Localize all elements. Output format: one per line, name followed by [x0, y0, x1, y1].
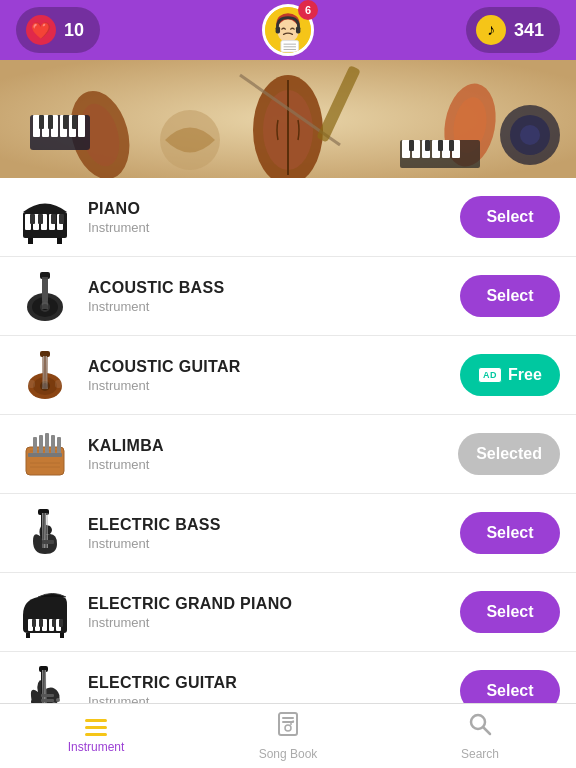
- instrument-item: ACOUSTIC GUITAR Instrument AD Free: [0, 336, 576, 415]
- notification-badge: 6: [298, 0, 318, 20]
- search-icon: [467, 711, 493, 743]
- acoustic-bass-info: ACOUSTIC BASS Instrument: [88, 279, 460, 314]
- instrument-item: ACOUSTIC BASS Instrument Select: [0, 257, 576, 336]
- svg-rect-4: [276, 26, 280, 33]
- svg-rect-84: [33, 437, 37, 455]
- svg-line-73: [43, 356, 44, 389]
- instrument-item: KALIMBA Instrument Selected: [0, 415, 576, 494]
- instrument-item: ELECTRIC GUITAR Instrument Select: [0, 652, 576, 703]
- svg-rect-77: [55, 380, 62, 388]
- svg-rect-55: [59, 214, 64, 224]
- ad-label: AD: [478, 367, 502, 383]
- svg-rect-118: [282, 717, 294, 719]
- svg-line-124: [484, 728, 491, 735]
- svg-rect-52: [30, 214, 35, 224]
- electric-bass-name: ELECTRIC BASS: [88, 516, 460, 534]
- instrument-item: ELECTRIC GRAND PIANO Instrument Select: [0, 573, 576, 652]
- piano-name: PIANO: [88, 200, 460, 218]
- svg-rect-53: [38, 214, 43, 224]
- acoustic-bass-name: ACOUSTIC BASS: [88, 279, 460, 297]
- svg-point-116: [56, 698, 60, 702]
- nav-songbook[interactable]: Song Book: [192, 703, 384, 768]
- kalimba-info: KALIMBA Instrument: [88, 437, 458, 472]
- svg-rect-25: [78, 115, 85, 137]
- acoustic-guitar-thumbnail: [16, 346, 74, 404]
- free-label: Free: [508, 366, 542, 384]
- acoustic-guitar-free-button[interactable]: AD Free: [460, 354, 560, 396]
- svg-rect-45: [449, 140, 454, 151]
- svg-rect-26: [39, 115, 44, 129]
- svg-rect-107: [60, 633, 64, 638]
- electric-grand-type: Instrument: [88, 615, 460, 630]
- electric-guitar-name: ELECTRIC GUITAR: [88, 674, 460, 692]
- svg-rect-5: [296, 26, 300, 33]
- kalimba-name: KALIMBA: [88, 437, 458, 455]
- acoustic-bass-type: Instrument: [88, 299, 460, 314]
- hamburger-icon: [85, 719, 107, 736]
- nav-instrument-label: Instrument: [68, 740, 125, 754]
- svg-rect-43: [425, 140, 430, 151]
- svg-rect-113: [41, 694, 54, 697]
- svg-line-122: [291, 721, 294, 722]
- acoustic-bass-thumbnail: [16, 267, 74, 325]
- svg-rect-36: [402, 140, 410, 158]
- svg-rect-105: [59, 619, 63, 627]
- svg-rect-104: [52, 619, 56, 627]
- svg-rect-96: [42, 540, 54, 544]
- electric-bass-select-button[interactable]: Select: [460, 512, 560, 554]
- piano-thumbnail: [16, 188, 74, 246]
- svg-rect-27: [48, 115, 53, 129]
- svg-rect-54: [51, 214, 56, 224]
- electric-bass-info: ELECTRIC BASS Instrument: [88, 516, 460, 551]
- instrument-item: PIANO Instrument Select: [0, 178, 576, 257]
- svg-rect-29: [72, 115, 77, 129]
- electric-grand-select-button[interactable]: Select: [460, 591, 560, 633]
- nav-songbook-label: Song Book: [259, 747, 318, 761]
- instrument-item: ELECTRIC BASS Instrument Select: [0, 494, 576, 573]
- svg-point-32: [520, 125, 540, 145]
- svg-rect-106: [26, 633, 30, 638]
- nav-search-label: Search: [461, 747, 499, 761]
- avatar-section: 6: [262, 4, 314, 56]
- lives-count: 10: [64, 20, 84, 41]
- electric-guitar-type: Instrument: [88, 694, 460, 704]
- svg-rect-102: [32, 619, 36, 627]
- electric-grand-info: ELECTRIC GRAND PIANO Instrument: [88, 595, 460, 630]
- instrument-list: PIANO Instrument Select: [0, 178, 576, 703]
- coins-counter: ♪ 341: [466, 7, 560, 53]
- kalimba-thumbnail: [16, 425, 74, 483]
- svg-rect-40: [442, 140, 450, 158]
- svg-line-75: [47, 356, 48, 389]
- bottom-nav: Instrument Song Book Search: [0, 703, 576, 768]
- svg-rect-103: [39, 619, 43, 627]
- svg-point-120: [285, 725, 291, 731]
- electric-guitar-thumbnail: [16, 662, 74, 703]
- svg-rect-76: [28, 380, 35, 388]
- electric-grand-name: ELECTRIC GRAND PIANO: [88, 595, 460, 613]
- svg-rect-86: [45, 433, 49, 455]
- svg-rect-89: [28, 453, 62, 457]
- electric-bass-type: Instrument: [88, 536, 460, 551]
- svg-rect-44: [438, 140, 443, 151]
- kalimba-type: Instrument: [88, 457, 458, 472]
- svg-rect-109: [39, 666, 48, 672]
- svg-rect-20: [33, 115, 40, 137]
- electric-guitar-info: ELECTRIC GUITAR Instrument: [88, 674, 460, 704]
- svg-rect-57: [57, 238, 62, 244]
- svg-rect-114: [41, 699, 54, 702]
- electric-guitar-select-button[interactable]: Select: [460, 670, 560, 703]
- nav-instrument[interactable]: Instrument: [0, 711, 192, 762]
- songbook-icon: [275, 711, 301, 743]
- nav-search[interactable]: Search: [384, 703, 576, 768]
- piano-select-button[interactable]: Select: [460, 196, 560, 238]
- acoustic-bass-select-button[interactable]: Select: [460, 275, 560, 317]
- svg-rect-56: [28, 238, 33, 244]
- heart-icon: ❤️: [26, 15, 56, 45]
- acoustic-guitar-type: Instrument: [88, 378, 460, 393]
- svg-rect-28: [63, 115, 68, 129]
- kalimba-selected-button[interactable]: Selected: [458, 433, 560, 475]
- svg-point-3: [277, 19, 298, 42]
- top-bar: ❤️ 10: [0, 0, 576, 60]
- lives-counter: ❤️ 10: [16, 7, 100, 53]
- electric-bass-thumbnail: [16, 504, 74, 562]
